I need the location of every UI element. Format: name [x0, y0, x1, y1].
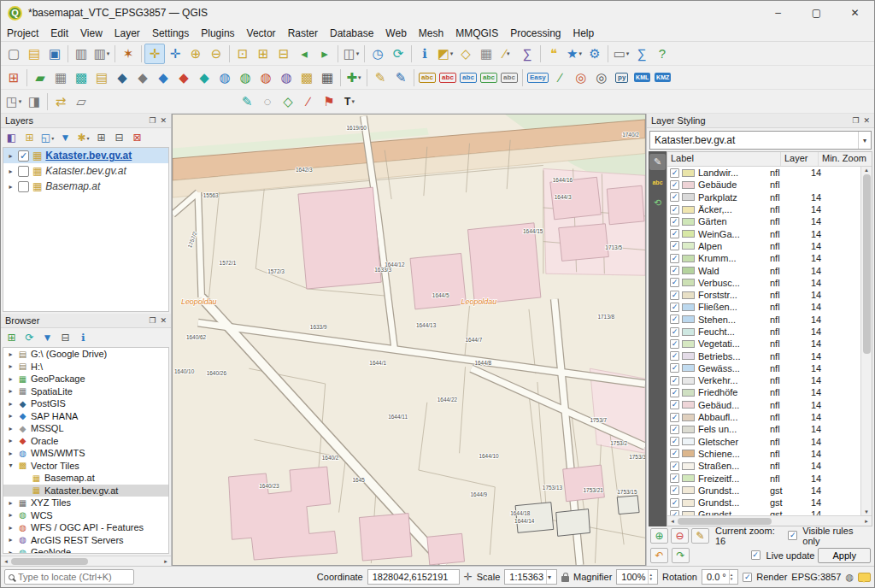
annotation-layer-button[interactable]: ✎	[237, 91, 257, 112]
style-manager-button[interactable]: ✶	[118, 44, 138, 64]
zoom-last-button[interactable]: ◂	[294, 44, 314, 64]
add-postgis-layer-button[interactable]: ◆	[112, 68, 132, 88]
rule-color-swatch[interactable]	[682, 328, 695, 336]
add-delimited-text-layer-button[interactable]: ▤	[91, 68, 112, 88]
column-header-layer[interactable]: Layer	[781, 152, 819, 166]
rule-checkbox[interactable]: ✓	[670, 498, 679, 508]
expand-arrow-icon[interactable]: ▸	[7, 412, 15, 420]
rules-vertical-scrollbar[interactable]: ▴ ▾	[860, 167, 872, 515]
add-vector-layer-button[interactable]: ▰	[30, 68, 50, 88]
rule-color-swatch[interactable]	[682, 242, 695, 250]
filter-browser-button[interactable]: ▼	[39, 330, 56, 346]
tab-symbology[interactable]: ✎	[649, 154, 666, 170]
rule-checkbox[interactable]: ✓	[670, 303, 679, 312]
rule-row[interactable]: ✓Landwir...nfl14	[667, 167, 860, 179]
expand-arrow-icon[interactable]: ▸	[7, 425, 15, 432]
rule-color-swatch[interactable]	[682, 474, 695, 482]
rule-color-swatch[interactable]	[682, 169, 695, 177]
help-contents-button[interactable]: ?	[652, 44, 672, 64]
scroll-down-icon[interactable]: ▾	[861, 509, 872, 515]
rule-row[interactable]: ✓Grundst...gst14	[667, 485, 860, 497]
layer-item[interactable]: ▸▦Basemap.at	[3, 179, 168, 194]
menu-view[interactable]: View	[74, 26, 109, 41]
rule-checkbox[interactable]: ✓	[670, 205, 679, 215]
expand-arrow-icon[interactable]: ▸	[7, 183, 15, 191]
rule-color-swatch[interactable]	[682, 352, 695, 360]
processing-history-button[interactable]: ◳▾	[3, 91, 24, 112]
layer-item[interactable]: ▸▦Kataster.bev.gv.at	[3, 163, 168, 179]
rule-checkbox[interactable]: ✓	[670, 376, 679, 385]
marker-annotation-button[interactable]: ⚑	[319, 91, 339, 112]
locate-search[interactable]	[4, 569, 134, 585]
rule-checkbox[interactable]: ✓	[670, 351, 679, 361]
new-bookmark-button[interactable]: ★▾	[564, 44, 584, 64]
magnifier-spinbox[interactable]: 100% ▴▾	[616, 569, 658, 585]
rule-checkbox[interactable]: ✓	[670, 473, 679, 483]
rule-row[interactable]: ✓Friedhöfenfl14	[667, 386, 860, 398]
menu-processing[interactable]: Processing	[504, 26, 567, 41]
browser-item[interactable]: ▸▦XYZ Tiles	[3, 497, 168, 509]
rule-checkbox[interactable]: ✓	[670, 485, 679, 495]
rule-color-swatch[interactable]	[682, 303, 695, 311]
open-data-source-manager-button[interactable]: ⊞	[3, 68, 24, 88]
layer-visibility-checkbox[interactable]	[18, 166, 29, 177]
rule-checkbox[interactable]: ✓	[670, 449, 679, 458]
refresh-browser-button[interactable]: ⟳	[21, 330, 38, 346]
rules-horizontal-scrollbar[interactable]: ◂ ▸	[667, 515, 872, 526]
georeferencer-button[interactable]: ◎	[571, 68, 591, 88]
rule-checkbox[interactable]: ✓	[670, 462, 679, 471]
menu-edit[interactable]: Edit	[44, 26, 74, 41]
new-print-layout-button[interactable]: ▥	[71, 44, 91, 64]
rule-row[interactable]: ✓Fließen...nfl14	[667, 301, 860, 313]
expand-arrow-icon[interactable]: ▸	[7, 375, 15, 383]
plugin-tool-button[interactable]: ◨	[24, 91, 44, 112]
rule-color-swatch[interactable]	[682, 206, 695, 214]
new-shapefile-layer-button[interactable]: ✚▾	[344, 68, 364, 88]
rule-checkbox[interactable]: ✓	[670, 229, 679, 238]
rule-color-swatch[interactable]	[682, 438, 695, 445]
show-layout-manager-button[interactable]: ▥▾	[91, 44, 112, 64]
rule-color-swatch[interactable]	[682, 291, 695, 299]
rule-checkbox[interactable]: ✓	[670, 388, 679, 397]
browser-item[interactable]: ▸◆MSSQL	[3, 422, 168, 435]
styling-layer-selector[interactable]: Kataster.bev.gv.at ▾	[649, 131, 872, 150]
browser-horizontal-scrollbar[interactable]: ◂ ▸	[1, 556, 171, 566]
rule-row[interactable]: ✓Stehen...nfl14	[667, 314, 860, 326]
rule-row[interactable]: ✓Gebäud...nfl14	[667, 399, 860, 411]
rule-row[interactable]: ✓Gebäudenfl	[667, 179, 860, 191]
rule-checkbox[interactable]: ✓	[670, 192, 679, 202]
rule-color-swatch[interactable]	[682, 340, 695, 348]
rule-color-swatch[interactable]	[682, 377, 695, 385]
browser-item[interactable]: ▸▤H:\	[3, 361, 168, 373]
rule-row[interactable]: ✓Verkehr...nfl14	[667, 374, 860, 386]
zoom-out-button[interactable]: ⊖	[206, 44, 226, 64]
browser-item[interactable]: ▸◆PostGIS	[3, 397, 168, 410]
browser-item[interactable]: ▸◍WCS	[3, 509, 168, 522]
rule-row[interactable]: ✓Gletschernfl14	[667, 436, 860, 448]
pan-map-button[interactable]: ✛	[144, 44, 165, 64]
temporal-controller-button[interactable]: ◷	[367, 44, 388, 64]
copy-features-button[interactable]: ▱	[71, 91, 91, 112]
menu-project[interactable]: Project	[1, 26, 44, 41]
menu-plugins[interactable]: Plugins	[195, 26, 240, 41]
layer-visibility-checkbox[interactable]	[18, 181, 29, 192]
rule-row[interactable]: ✓WeinGa...nfl14	[667, 227, 860, 239]
rule-color-swatch[interactable]	[682, 255, 695, 262]
add-oracle-layer-button[interactable]: ◆	[173, 68, 194, 88]
add-sap-hana-layer-button[interactable]: ◆	[194, 68, 214, 88]
add-wms-layer-button[interactable]: ◍	[214, 68, 235, 88]
kmz-export-button[interactable]: KMZ	[653, 68, 673, 88]
rule-color-swatch[interactable]	[682, 279, 695, 286]
lock-scale-icon[interactable]	[561, 576, 569, 582]
expand-arrow-icon[interactable]: ▸	[7, 168, 15, 175]
new-3d-map-view-button[interactable]: ◫▾	[341, 44, 361, 64]
filter-legend-button[interactable]: ▼	[57, 130, 73, 146]
expand-arrow-icon[interactable]: ▸	[7, 400, 15, 408]
menu-layer[interactable]: Layer	[109, 26, 146, 41]
close-panel-icon[interactable]: ✕	[160, 316, 167, 325]
browser-item[interactable]: ▸▤G:\ (Google Drive)	[3, 348, 168, 361]
messages-icon[interactable]	[858, 573, 871, 582]
zoom-to-layer-button[interactable]: ⊟	[273, 44, 294, 64]
rule-row[interactable]: ✓Gärtennfl14	[667, 215, 860, 227]
map-canvas[interactable]: 1619/601642/31740/2155631644/161644/3164…	[172, 114, 646, 566]
